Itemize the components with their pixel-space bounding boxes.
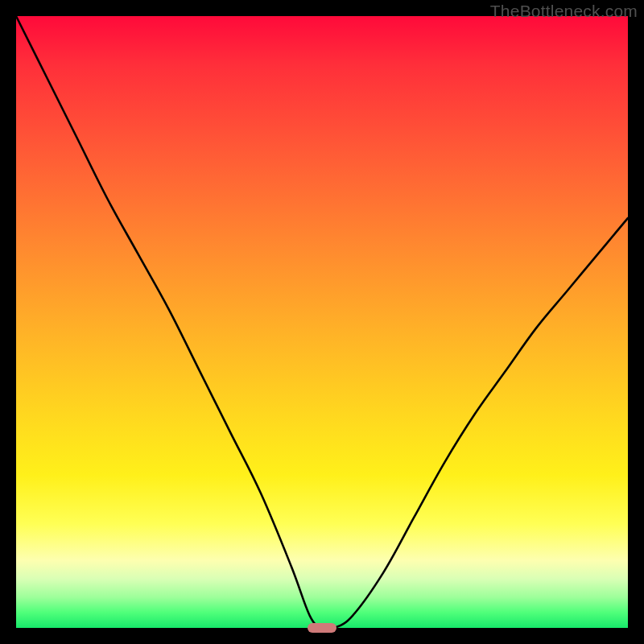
watermark-text: TheBottleneck.com: [490, 2, 638, 21]
chart-frame: TheBottleneck.com: [0, 0, 644, 644]
optimum-marker: [308, 623, 336, 633]
bottleneck-curve: [16, 16, 628, 628]
